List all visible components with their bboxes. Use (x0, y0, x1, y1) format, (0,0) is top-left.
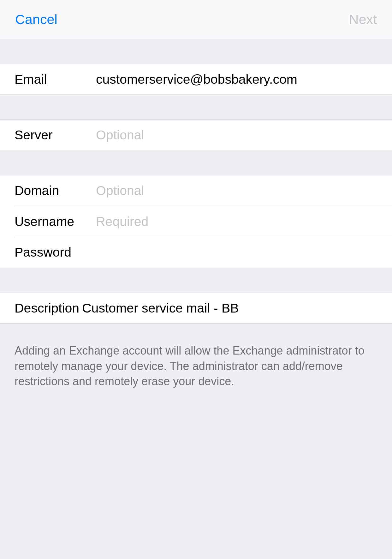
section-gap (0, 39, 392, 64)
server-row: Server (0, 119, 392, 150)
section-gap (0, 150, 392, 175)
server-label: Server (15, 128, 96, 143)
username-row: Username (0, 206, 392, 237)
domain-label: Domain (15, 183, 96, 198)
password-row: Password (0, 237, 392, 268)
password-field[interactable] (96, 245, 377, 260)
description-label: Description (15, 301, 82, 316)
email-label: Email (15, 72, 96, 87)
section-gap (0, 268, 392, 293)
email-row: Email (0, 64, 392, 95)
email-field[interactable] (96, 72, 377, 87)
username-label: Username (15, 214, 96, 229)
cancel-button[interactable]: Cancel (15, 12, 57, 27)
password-label: Password (15, 245, 96, 260)
domain-row: Domain (0, 175, 392, 206)
domain-field[interactable] (96, 183, 377, 198)
username-field[interactable] (96, 214, 377, 229)
next-button[interactable]: Next (349, 12, 377, 27)
server-field[interactable] (96, 128, 377, 143)
modal-header: Cancel Next (0, 0, 392, 39)
credentials-group: Domain Username Password (0, 175, 392, 268)
footer-warning: Adding an Exchange account will allow th… (0, 324, 392, 409)
description-field[interactable] (82, 301, 377, 316)
description-row: Description (0, 293, 392, 324)
section-gap (0, 95, 392, 119)
